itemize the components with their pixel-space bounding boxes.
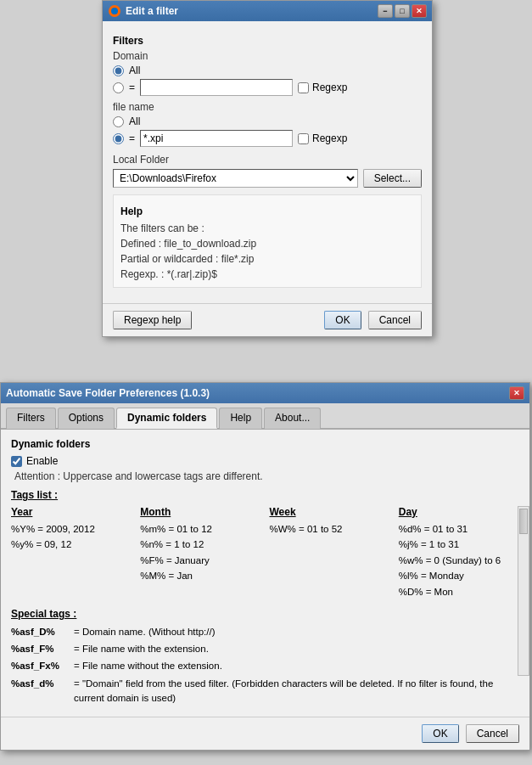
scrollbar-track[interactable] — [518, 506, 529, 676]
tab-options[interactable]: Options — [58, 408, 115, 429]
tag-col-year: Year %Y% = 2009, 2012 %y% = 09, 12 — [11, 506, 132, 599]
tags-list-label: Tags list : — [11, 489, 519, 501]
filename-regexp-checkbox[interactable] — [298, 133, 309, 144]
domain-all-label: All — [129, 65, 140, 76]
filename-eq-row: = Regexp — [113, 130, 422, 147]
week-tag-1: %W% = 01 to 52 — [270, 521, 390, 537]
help-text-2: Defined : file_to_download.zip — [120, 236, 414, 251]
special-tag-key-3: %asf_Fx% — [11, 659, 70, 673]
special-tags-section: Special tags : %asf_D% = Domain name. (W… — [11, 608, 519, 706]
tag-col-week: Week %W% = 01 to 52 — [270, 506, 390, 599]
month-tag-3: %F% = January — [140, 553, 260, 568]
tags-grid: Year %Y% = 2009, 2012 %y% = 09, 12 Month… — [11, 506, 519, 599]
enable-checkbox[interactable] — [11, 456, 22, 467]
enable-label: Enable — [26, 455, 58, 467]
prefs-titlebar-buttons: ✕ — [509, 386, 524, 400]
tag-col-month: Month %m% = 01 to 12 %n% = 1 to 12 %F% =… — [140, 506, 260, 599]
svg-point-1 — [111, 8, 118, 14]
tab-help[interactable]: Help — [219, 408, 262, 429]
tag-col-day: Day %d% = 01 to 31 %j% = 1 to 31 %w% = 0… — [399, 506, 519, 599]
help-label: Help — [120, 205, 414, 217]
select-button[interactable]: Select... — [363, 169, 422, 188]
domain-eq-radio[interactable] — [113, 82, 124, 93]
minimize-button[interactable]: − — [378, 4, 393, 18]
domain-regexp-label: Regexp — [298, 82, 347, 93]
day-tag-5: %D% = Mon — [399, 584, 519, 599]
prefs-body: Dynamic folders Enable Attention : Upper… — [1, 430, 529, 717]
scrollbar-thumb[interactable] — [519, 509, 528, 534]
help-section: Help The filters can be : Defined : file… — [113, 194, 422, 288]
cancel-button[interactable]: Cancel — [368, 311, 422, 329]
special-tag-row-3: %asf_Fx% = File name without the extensi… — [11, 659, 519, 673]
month-tag-1: %m% = 01 to 12 — [140, 521, 260, 537]
help-text-1: The filters can be : — [120, 221, 414, 236]
day-tag-3: %w% = 0 (Sunday) to 6 — [399, 553, 519, 568]
special-tag-row-4: %asf_d% = "Domain" field from the used f… — [11, 677, 519, 706]
filename-all-label: All — [129, 115, 140, 127]
month-tag-4: %M% = Jan — [140, 568, 260, 583]
help-text-3: Partial or wildcarded : file*.zip — [120, 251, 414, 267]
day-col-title: Day — [399, 506, 519, 518]
day-tag-2: %j% = 1 to 31 — [399, 537, 519, 552]
prefs-section-title: Dynamic folders — [11, 438, 519, 450]
edit-filter-title: Edit a filter — [126, 5, 178, 17]
filters-label: Filters — [113, 35, 422, 47]
special-tags-title: Special tags : — [11, 608, 519, 620]
special-tag-desc-4: = "Domain" field from the used filter. (… — [74, 677, 519, 706]
edit-filter-content: Filters Domain All = Regexp file name Al… — [103, 21, 432, 303]
prefs-cancel-button[interactable]: Cancel — [466, 724, 519, 743]
tab-filters[interactable]: Filters — [6, 408, 56, 429]
domain-label: Domain — [113, 50, 422, 62]
special-tag-desc-1: = Domain name. (Without http://) — [74, 625, 216, 639]
year-col-title: Year — [11, 506, 132, 518]
edit-filter-titlebar: Edit a filter − □ ✕ — [103, 1, 432, 21]
tags-scroll-container: Year %Y% = 2009, 2012 %y% = 09, 12 Month… — [11, 506, 519, 599]
special-tag-key-2: %asf_F% — [11, 642, 70, 656]
attention-text: Attention : Uppercase and lowercase tags… — [14, 470, 519, 482]
domain-eq-row: = Regexp — [113, 79, 422, 96]
year-tag-2: %y% = 09, 12 — [11, 537, 132, 552]
domain-input[interactable] — [140, 79, 293, 96]
special-tag-row-1: %asf_D% = Domain name. (Without http://) — [11, 625, 519, 639]
firefox-icon — [108, 4, 121, 18]
domain-regexp-checkbox[interactable] — [298, 82, 309, 93]
domain-eq-label: = — [129, 82, 135, 93]
restore-button[interactable]: □ — [395, 4, 410, 18]
special-tag-desc-2: = File name with the extension. — [74, 642, 209, 656]
filename-all-row: All — [113, 115, 422, 127]
local-folder-label: Local Folder — [113, 154, 422, 166]
titlebar-left: Edit a filter — [108, 4, 178, 18]
prefs-titlebar-left: Automatic Save Folder Preferences (1.0.3… — [6, 387, 210, 399]
titlebar-buttons: − □ ✕ — [378, 4, 427, 18]
edit-filter-footer: Regexp help OK Cancel — [103, 303, 432, 336]
enable-row: Enable — [11, 455, 519, 467]
help-text-4: Regexp. : *(.rar|.zip)$ — [120, 267, 414, 282]
ok-button[interactable]: OK — [324, 311, 361, 329]
year-tag-1: %Y% = 2009, 2012 — [11, 521, 132, 537]
day-tag-4: %l% = Monday — [399, 568, 519, 583]
special-tag-desc-3: = File name without the extension. — [74, 659, 222, 673]
tab-about[interactable]: About... — [264, 408, 321, 429]
close-button[interactable]: ✕ — [412, 4, 427, 18]
prefs-title: Automatic Save Folder Preferences (1.0.3… — [6, 387, 210, 399]
prefs-close-button[interactable]: ✕ — [509, 386, 524, 400]
filename-all-radio[interactable] — [113, 116, 124, 127]
regexp-help-button[interactable]: Regexp help — [113, 311, 192, 329]
week-col-title: Week — [270, 506, 390, 518]
month-tag-2: %n% = 1 to 12 — [140, 537, 260, 552]
edit-filter-dialog: Edit a filter − □ ✕ Filters Domain All =… — [102, 0, 433, 337]
filename-regexp-label: Regexp — [298, 132, 347, 144]
month-col-title: Month — [140, 506, 260, 518]
filename-eq-radio[interactable] — [113, 133, 124, 144]
prefs-dialog: Automatic Save Folder Preferences (1.0.3… — [0, 382, 530, 751]
tab-bar: Filters Options Dynamic folders Help Abo… — [1, 403, 529, 430]
folder-dropdown[interactable]: E:\Downloads\Firefox — [113, 169, 358, 188]
domain-all-row: All — [113, 65, 422, 76]
domain-all-radio[interactable] — [113, 65, 124, 76]
filename-label: file name — [113, 101, 422, 113]
tab-dynamic-folders[interactable]: Dynamic folders — [116, 408, 217, 429]
special-tag-key-4: %asf_d% — [11, 677, 70, 691]
prefs-ok-button[interactable]: OK — [422, 724, 458, 743]
filename-input[interactable] — [140, 130, 293, 147]
special-tag-row-2: %asf_F% = File name with the extension. — [11, 642, 519, 656]
